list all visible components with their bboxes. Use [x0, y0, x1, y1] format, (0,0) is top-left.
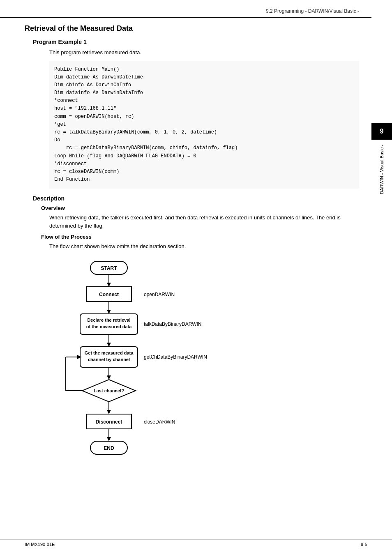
overview-text: When retrieving data, the talker is exec… — [49, 214, 359, 230]
svg-text:START: START — [101, 265, 117, 271]
svg-marker-28 — [107, 410, 111, 414]
footer: IM MX190-01E 9-5 — [0, 539, 392, 547]
section-title: Retrieval of the Measured Data — [25, 24, 359, 33]
flow-text: The flow chart shown below omits the dec… — [49, 242, 359, 251]
svg-text:END: END — [104, 445, 114, 451]
description-section: Description Overview When retrieving dat… — [25, 195, 359, 471]
svg-text:Get the measured data: Get the measured data — [85, 350, 134, 355]
code-block: Public Function Main() Dim datetime As D… — [49, 61, 359, 189]
overview-label: Overview — [41, 205, 359, 211]
flow-section: Flow of the Process The flow chart shown… — [25, 234, 359, 471]
flowchart-svg: START Connect openDARWIN — [41, 257, 329, 471]
overview: Overview When retrieving data, the talke… — [25, 205, 359, 230]
svg-marker-8 — [107, 310, 111, 314]
flowchart: START Connect openDARWIN — [41, 257, 359, 471]
header-text: 9.2 Programming - DARWIN/Visual Basic - — [266, 8, 359, 14]
svg-text:closeDARWIN: closeDARWIN — [144, 419, 175, 425]
svg-text:Declare the retrieval: Declare the retrieval — [87, 318, 130, 322]
description-label: Description — [33, 195, 359, 202]
tab-text: DARWIN - Visual Basic - — [379, 145, 385, 194]
svg-text:Disconnect: Disconnect — [96, 419, 122, 425]
footer-right: 9-5 — [361, 542, 367, 547]
main-content: Retrieval of the Measured Data Program E… — [0, 24, 392, 471]
program-description: This program retrieves measured data. — [49, 48, 359, 57]
svg-marker-20 — [107, 375, 111, 380]
svg-text:openDARWIN: openDARWIN — [144, 292, 175, 297]
svg-text:of the measured data: of the measured data — [86, 324, 132, 329]
svg-text:getChDataByBinaryDARWIN: getChDataByBinaryDARWIN — [144, 354, 207, 360]
tab-number: 9 — [371, 123, 392, 140]
svg-marker-33 — [107, 437, 111, 441]
svg-text:channel by channel: channel by channel — [88, 357, 130, 362]
svg-marker-3 — [107, 283, 111, 287]
svg-text:Last channel?: Last channel? — [94, 388, 124, 393]
svg-text:Connect: Connect — [99, 292, 119, 297]
flow-label: Flow of the Process — [41, 234, 359, 240]
program-example: Program Example 1 This program retrieves… — [25, 39, 359, 189]
page-header: 9.2 Programming - DARWIN/Visual Basic - — [0, 8, 371, 18]
svg-text:talkDataByBinaryDARWIN: talkDataByBinaryDARWIN — [144, 321, 201, 327]
page: 9.2 Programming - DARWIN/Visual Basic - … — [0, 0, 392, 555]
footer-left: IM MX190-01E — [25, 542, 55, 547]
side-tab: 9 DARWIN - Visual Basic - — [371, 123, 392, 246]
program-example-label: Program Example 1 — [33, 39, 359, 45]
svg-marker-14 — [107, 343, 111, 347]
